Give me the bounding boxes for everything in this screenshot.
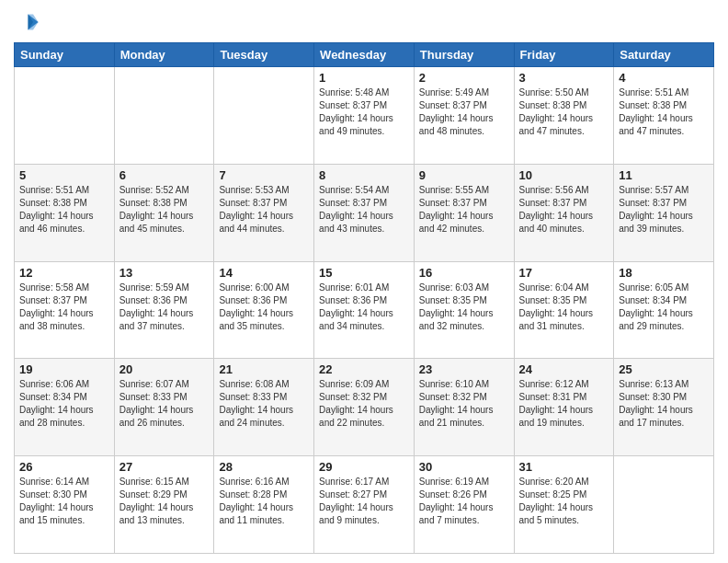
day-info: Sunrise: 6:13 AMSunset: 8:30 PMDaylight:… [619, 378, 709, 430]
weekday-header-saturday: Saturday [614, 43, 714, 67]
weekday-header-friday: Friday [514, 43, 614, 67]
calendar-cell: 5Sunrise: 5:51 AMSunset: 8:38 PMDaylight… [15, 164, 115, 261]
weekday-header-monday: Monday [114, 43, 214, 67]
calendar-cell: 9Sunrise: 5:55 AMSunset: 8:37 PMDaylight… [414, 164, 514, 261]
day-number: 5 [19, 168, 109, 182]
day-number: 18 [619, 266, 709, 280]
day-info: Sunrise: 5:48 AMSunset: 8:37 PMDaylight:… [319, 86, 409, 138]
day-info: Sunrise: 5:58 AMSunset: 8:37 PMDaylight:… [19, 282, 109, 333]
calendar-cell: 17Sunrise: 6:04 AMSunset: 8:35 PMDayligh… [514, 261, 614, 359]
calendar-cell: 23Sunrise: 6:10 AMSunset: 8:32 PMDayligh… [414, 359, 514, 456]
calendar-cell: 11Sunrise: 5:57 AMSunset: 8:37 PMDayligh… [614, 164, 714, 261]
calendar-cell: 1Sunrise: 5:48 AMSunset: 8:37 PMDaylight… [314, 67, 415, 165]
calendar-cell: 24Sunrise: 6:12 AMSunset: 8:31 PMDayligh… [514, 359, 614, 456]
day-info: Sunrise: 6:14 AMSunset: 8:30 PMDaylight:… [19, 476, 109, 527]
calendar-cell: 3Sunrise: 5:50 AMSunset: 8:38 PMDaylight… [514, 67, 614, 165]
day-info: Sunrise: 6:10 AMSunset: 8:32 PMDaylight:… [419, 378, 509, 430]
day-info: Sunrise: 6:05 AMSunset: 8:34 PMDaylight:… [619, 282, 709, 333]
logo [14, 9, 43, 35]
calendar-cell: 18Sunrise: 6:05 AMSunset: 8:34 PMDayligh… [614, 261, 714, 359]
day-number: 10 [519, 168, 609, 182]
header [14, 9, 714, 35]
week-row-1: 1Sunrise: 5:48 AMSunset: 8:37 PMDaylight… [15, 67, 714, 165]
day-info: Sunrise: 6:06 AMSunset: 8:34 PMDaylight:… [19, 378, 109, 430]
day-info: Sunrise: 6:04 AMSunset: 8:35 PMDaylight:… [519, 282, 609, 333]
calendar-cell: 6Sunrise: 5:52 AMSunset: 8:38 PMDaylight… [114, 164, 214, 261]
day-info: Sunrise: 6:03 AMSunset: 8:35 PMDaylight:… [419, 282, 509, 333]
weekday-header-row: SundayMondayTuesdayWednesdayThursdayFrid… [15, 43, 714, 67]
day-info: Sunrise: 5:53 AMSunset: 8:37 PMDaylight:… [219, 184, 309, 236]
week-row-4: 19Sunrise: 6:06 AMSunset: 8:34 PMDayligh… [15, 359, 714, 456]
calendar-cell: 30Sunrise: 6:19 AMSunset: 8:26 PMDayligh… [414, 456, 514, 554]
day-number: 14 [219, 266, 309, 280]
day-number: 8 [319, 168, 409, 182]
day-info: Sunrise: 6:12 AMSunset: 8:31 PMDaylight:… [519, 378, 609, 430]
day-number: 12 [19, 266, 109, 280]
day-info: Sunrise: 6:07 AMSunset: 8:33 PMDaylight:… [119, 378, 210, 430]
day-info: Sunrise: 5:54 AMSunset: 8:37 PMDaylight:… [319, 184, 409, 236]
day-info: Sunrise: 6:17 AMSunset: 8:27 PMDaylight:… [319, 476, 409, 527]
day-info: Sunrise: 5:51 AMSunset: 8:38 PMDaylight:… [19, 184, 109, 236]
calendar-table: SundayMondayTuesdayWednesdayThursdayFrid… [14, 42, 714, 554]
day-number: 30 [419, 460, 509, 474]
day-info: Sunrise: 6:09 AMSunset: 8:32 PMDaylight:… [319, 378, 409, 430]
day-number: 23 [419, 362, 509, 376]
calendar-cell: 28Sunrise: 6:16 AMSunset: 8:28 PMDayligh… [214, 456, 314, 554]
calendar-cell: 25Sunrise: 6:13 AMSunset: 8:30 PMDayligh… [614, 359, 714, 456]
calendar-cell [114, 67, 214, 165]
day-number: 25 [619, 362, 709, 376]
calendar-cell: 2Sunrise: 5:49 AMSunset: 8:37 PMDaylight… [414, 67, 514, 165]
day-number: 20 [119, 362, 210, 376]
day-info: Sunrise: 5:55 AMSunset: 8:37 PMDaylight:… [419, 184, 509, 236]
weekday-header-thursday: Thursday [414, 43, 514, 67]
calendar-cell: 4Sunrise: 5:51 AMSunset: 8:38 PMDaylight… [614, 67, 714, 165]
week-row-2: 5Sunrise: 5:51 AMSunset: 8:38 PMDaylight… [15, 164, 714, 261]
day-number: 4 [619, 71, 709, 85]
week-row-5: 26Sunrise: 6:14 AMSunset: 8:30 PMDayligh… [15, 456, 714, 554]
day-number: 13 [119, 266, 210, 280]
day-info: Sunrise: 5:59 AMSunset: 8:36 PMDaylight:… [119, 282, 210, 333]
day-info: Sunrise: 6:20 AMSunset: 8:25 PMDaylight:… [519, 476, 609, 527]
calendar-cell: 7Sunrise: 5:53 AMSunset: 8:37 PMDaylight… [214, 164, 314, 261]
day-info: Sunrise: 6:19 AMSunset: 8:26 PMDaylight:… [419, 476, 509, 527]
calendar-cell: 16Sunrise: 6:03 AMSunset: 8:35 PMDayligh… [414, 261, 514, 359]
day-number: 15 [319, 266, 409, 280]
day-info: Sunrise: 6:15 AMSunset: 8:29 PMDaylight:… [119, 476, 210, 527]
calendar-cell: 12Sunrise: 5:58 AMSunset: 8:37 PMDayligh… [15, 261, 115, 359]
day-number: 19 [19, 362, 109, 376]
day-info: Sunrise: 5:51 AMSunset: 8:38 PMDaylight:… [619, 86, 709, 138]
calendar-cell: 19Sunrise: 6:06 AMSunset: 8:34 PMDayligh… [15, 359, 115, 456]
day-info: Sunrise: 5:52 AMSunset: 8:38 PMDaylight:… [119, 184, 210, 236]
day-number: 7 [219, 168, 309, 182]
day-info: Sunrise: 6:00 AMSunset: 8:36 PMDaylight:… [219, 282, 309, 333]
day-info: Sunrise: 5:56 AMSunset: 8:37 PMDaylight:… [519, 184, 609, 236]
day-number: 3 [519, 71, 609, 85]
calendar-cell: 14Sunrise: 6:00 AMSunset: 8:36 PMDayligh… [214, 261, 314, 359]
calendar-cell [614, 456, 714, 554]
weekday-header-wednesday: Wednesday [314, 43, 415, 67]
day-info: Sunrise: 6:01 AMSunset: 8:36 PMDaylight:… [319, 282, 409, 333]
calendar-cell [214, 67, 314, 165]
day-info: Sunrise: 5:50 AMSunset: 8:38 PMDaylight:… [519, 86, 609, 138]
day-number: 28 [219, 460, 309, 474]
day-number: 2 [419, 71, 509, 85]
weekday-header-sunday: Sunday [15, 43, 115, 67]
calendar-cell: 22Sunrise: 6:09 AMSunset: 8:32 PMDayligh… [314, 359, 415, 456]
day-number: 1 [319, 71, 409, 85]
day-number: 16 [419, 266, 509, 280]
calendar-cell: 13Sunrise: 5:59 AMSunset: 8:36 PMDayligh… [114, 261, 214, 359]
day-number: 27 [119, 460, 210, 474]
day-number: 29 [319, 460, 409, 474]
day-number: 26 [19, 460, 109, 474]
calendar-cell: 21Sunrise: 6:08 AMSunset: 8:33 PMDayligh… [214, 359, 314, 456]
day-number: 9 [419, 168, 509, 182]
day-number: 11 [619, 168, 709, 182]
day-info: Sunrise: 5:57 AMSunset: 8:37 PMDaylight:… [619, 184, 709, 236]
week-row-3: 12Sunrise: 5:58 AMSunset: 8:37 PMDayligh… [15, 261, 714, 359]
page: SundayMondayTuesdayWednesdayThursdayFrid… [0, 0, 728, 563]
calendar-cell: 26Sunrise: 6:14 AMSunset: 8:30 PMDayligh… [15, 456, 115, 554]
calendar-cell: 31Sunrise: 6:20 AMSunset: 8:25 PMDayligh… [514, 456, 614, 554]
day-number: 31 [519, 460, 609, 474]
day-number: 21 [219, 362, 309, 376]
day-number: 6 [119, 168, 210, 182]
